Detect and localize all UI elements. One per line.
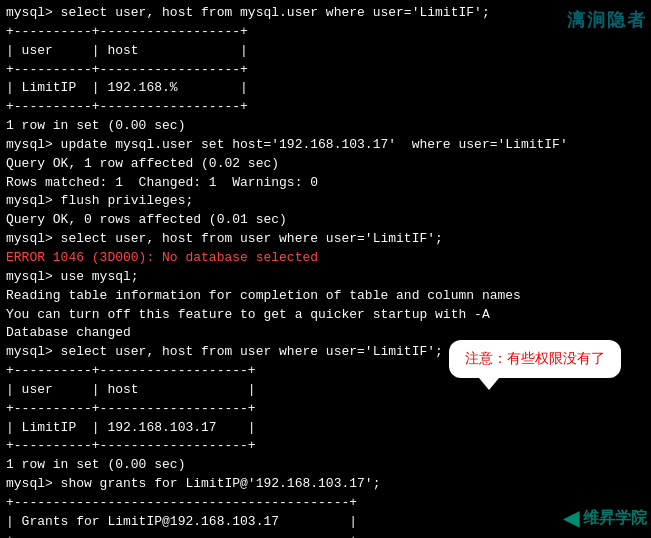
- line-32: +---------------------------------------…: [6, 494, 645, 513]
- line-26: +----------+-------------------+: [6, 400, 645, 419]
- line-19: Reading table information for completion…: [6, 287, 645, 306]
- line-31: mysql> show grants for LimitIP@'192.168.…: [6, 475, 645, 494]
- line-10: Query OK, 1 row affected (0.02 sec): [6, 155, 645, 174]
- line-11: Rows matched: 1 Changed: 1 Warnings: 0: [6, 174, 645, 193]
- callout-bubble: 注意：有些权限没有了: [449, 340, 621, 378]
- line-17: ERROR 1046 (3D000): No database selected: [6, 249, 645, 268]
- line-18: mysql> use mysql;: [6, 268, 645, 287]
- line-13: mysql> flush privileges;: [6, 192, 645, 211]
- line-14: Query OK, 0 rows affected (0.01 sec): [6, 211, 645, 230]
- line-3: | user | host |: [6, 42, 645, 61]
- line-20: You can turn off this feature to get a q…: [6, 306, 645, 325]
- line-34: +---------------------------------------…: [6, 532, 645, 538]
- line-9: mysql> update mysql.user set host='192.1…: [6, 136, 645, 155]
- line-2: +----------+------------------+: [6, 23, 645, 42]
- line-1: mysql> select user, host from mysql.user…: [6, 4, 645, 23]
- line-5: | LimitIP | 192.168.% |: [6, 79, 645, 98]
- line-16: mysql> select user, host from user where…: [6, 230, 645, 249]
- line-6: +----------+------------------+: [6, 98, 645, 117]
- line-27: | LimitIP | 192.168.103.17 |: [6, 419, 645, 438]
- line-4: +----------+------------------+: [6, 61, 645, 80]
- line-28: +----------+-------------------+: [6, 437, 645, 456]
- terminal: mysql> select user, host from mysql.user…: [0, 0, 651, 538]
- line-7: 1 row in set (0.00 sec): [6, 117, 645, 136]
- callout-text: 注意：有些权限没有了: [465, 350, 605, 366]
- line-25: | user | host |: [6, 381, 645, 400]
- line-29: 1 row in set (0.00 sec): [6, 456, 645, 475]
- line-33: | Grants for LimitIP@192.168.103.17 |: [6, 513, 645, 532]
